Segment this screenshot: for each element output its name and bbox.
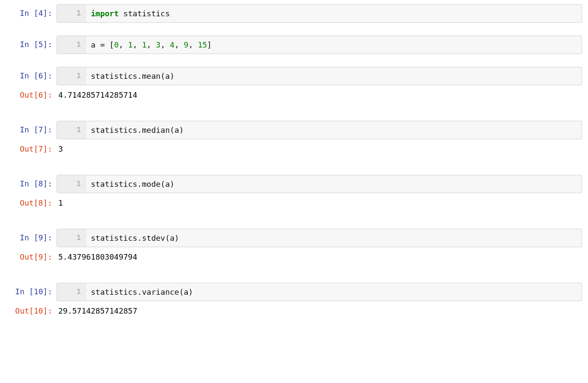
code-token: statistics.median(a) bbox=[91, 126, 184, 135]
output-value: 29.57142857142857 bbox=[57, 305, 588, 324]
code-content[interactable]: statistics.stdev(a) bbox=[86, 229, 184, 247]
code-token: statistics.mean(a) bbox=[91, 72, 174, 81]
code-cell[interactable]: 1statistics.stdev(a) bbox=[57, 229, 582, 247]
line-number: 1 bbox=[57, 283, 86, 301]
output-value: 5.437961803049794 bbox=[57, 251, 588, 270]
number-token: 1 bbox=[128, 40, 133, 49]
number-token: 4 bbox=[170, 40, 174, 49]
output-prompt: Out[6]: bbox=[0, 89, 57, 99]
code-cell[interactable]: 1statistics.variance(a) bbox=[57, 283, 582, 301]
code-cell[interactable]: 1statistics.mean(a) bbox=[57, 67, 582, 85]
output-prompt: Out[9]: bbox=[0, 251, 57, 261]
input-prompt: In [9]: bbox=[0, 229, 57, 242]
code-cell[interactable]: 1a = [0, 1, 1, 3, 4, 9, 15] bbox=[57, 36, 582, 54]
line-number: 1 bbox=[57, 36, 86, 54]
line-number: 1 bbox=[57, 5, 86, 22]
line-number: 1 bbox=[57, 67, 86, 85]
code-content[interactable]: statistics.mean(a) bbox=[86, 67, 180, 85]
code-token: , bbox=[119, 40, 128, 49]
code-content[interactable]: statistics.variance(a) bbox=[86, 283, 198, 301]
input-prompt: In [6]: bbox=[0, 67, 57, 80]
number-token: 0 bbox=[114, 40, 119, 49]
number-token: 15 bbox=[198, 40, 207, 49]
code-token: statistics.variance(a) bbox=[91, 287, 193, 296]
number-token: 3 bbox=[156, 40, 161, 49]
code-content[interactable]: import statistics bbox=[86, 5, 175, 22]
line-number: 1 bbox=[57, 229, 86, 247]
number-token: 9 bbox=[184, 40, 189, 49]
line-number: 1 bbox=[57, 121, 86, 139]
code-cell[interactable]: 1import statistics bbox=[57, 4, 582, 23]
output-prompt: Out[7]: bbox=[0, 143, 57, 153]
notebook-container: In [4]:1import statisticsIn [5]:1a = [0,… bbox=[0, 4, 588, 324]
code-token: a = [ bbox=[91, 40, 114, 49]
code-token: , bbox=[147, 40, 156, 49]
code-cell[interactable]: 1statistics.mode(a) bbox=[57, 175, 582, 193]
keyword-token: import bbox=[91, 9, 119, 18]
input-prompt: In [10]: bbox=[0, 283, 57, 296]
line-number: 1 bbox=[57, 175, 86, 193]
code-content[interactable]: statistics.median(a) bbox=[86, 121, 189, 139]
code-token: , bbox=[174, 40, 184, 49]
output-value: 1 bbox=[57, 197, 588, 216]
input-prompt: In [7]: bbox=[0, 121, 57, 134]
number-token: 1 bbox=[142, 40, 147, 49]
code-cell[interactable]: 1statistics.median(a) bbox=[57, 121, 582, 139]
output-value: 4.714285714285714 bbox=[57, 89, 588, 108]
code-token: ] bbox=[207, 40, 212, 49]
code-token: , bbox=[133, 40, 142, 49]
code-content[interactable]: a = [0, 1, 1, 3, 4, 9, 15] bbox=[86, 36, 217, 54]
code-token: statistics bbox=[119, 9, 170, 18]
code-content[interactable]: statistics.mode(a) bbox=[86, 175, 180, 193]
code-token: , bbox=[189, 40, 198, 49]
output-prompt: Out[8]: bbox=[0, 197, 57, 207]
code-token: statistics.stdev(a) bbox=[91, 233, 179, 242]
code-token: statistics.mode(a) bbox=[91, 180, 174, 189]
output-value: 3 bbox=[57, 143, 588, 162]
input-prompt: In [5]: bbox=[0, 36, 57, 49]
input-prompt: In [8]: bbox=[0, 175, 57, 188]
input-prompt: In [4]: bbox=[0, 4, 57, 18]
output-prompt: Out[10]: bbox=[0, 305, 57, 315]
code-token: , bbox=[161, 40, 170, 49]
